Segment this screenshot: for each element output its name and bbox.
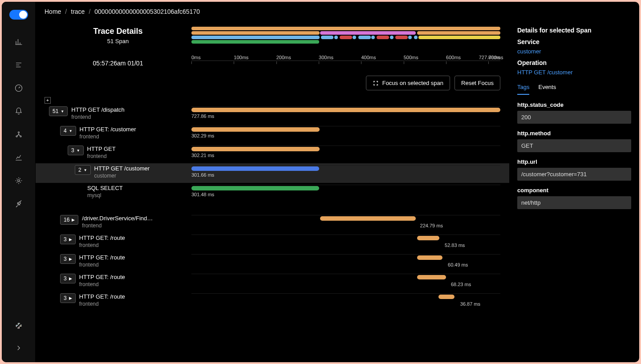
span-row[interactable]: SQL SELECTmysql301.48 ms: [36, 183, 509, 202]
gauge-icon[interactable]: [9, 78, 28, 98]
breadcrumb-id: 00000000000000005302106afc65170: [94, 8, 200, 15]
span-bar[interactable]: [417, 255, 443, 260]
details-panel: Details for selected Span Service custom…: [509, 21, 639, 362]
span-row[interactable]: 3▶HTTP GET: /routefrontend68.23 ms: [36, 272, 509, 291]
span-bar[interactable]: [417, 236, 440, 240]
tag-key: http.status_code: [517, 101, 631, 108]
tag-value: net/http: [517, 196, 631, 209]
bar-chart-icon[interactable]: [9, 32, 28, 52]
breadcrumb-trace[interactable]: trace: [71, 8, 85, 15]
tag-value: 200: [517, 111, 631, 124]
line-chart-icon[interactable]: [9, 148, 28, 167]
span-row[interactable]: 4▼HTTP GET: /customerfrontend302.29 ms: [36, 124, 509, 144]
span-duration: 224.79 ms: [420, 223, 443, 228]
span-service: frontend: [79, 262, 125, 268]
tag-value: /customer?customer=731: [517, 168, 631, 181]
nodes-icon[interactable]: [9, 125, 28, 144]
span-count-badge[interactable]: 3▶: [60, 254, 76, 264]
svg-point-10: [20, 325, 21, 326]
service-link[interactable]: customer: [517, 48, 631, 55]
tag-key: http.method: [517, 130, 631, 137]
span-service: frontend: [82, 222, 153, 229]
span-operation: HTTP GET /dispatch: [71, 106, 124, 113]
tag-value: GET: [517, 139, 631, 152]
span-operation: HTTP GET: /route: [79, 274, 125, 280]
span-service: frontend: [79, 301, 125, 307]
span-count-badge[interactable]: 51▼: [49, 106, 68, 116]
span-service: frontend: [80, 133, 136, 140]
span-count-badge[interactable]: 4▼: [60, 126, 76, 136]
breadcrumb-home[interactable]: Home: [45, 8, 61, 15]
span-service: frontend: [87, 153, 116, 159]
span-operation: HTTP GET: /route: [79, 293, 125, 300]
svg-point-9: [19, 323, 20, 324]
span-service: frontend: [71, 114, 124, 120]
slack-icon[interactable]: [9, 316, 28, 336]
span-bar[interactable]: [320, 216, 415, 221]
span-count-badge[interactable]: 3▼: [68, 146, 84, 155]
tab-tags[interactable]: Tags: [517, 84, 529, 95]
span-duration: 302.29 ms: [191, 133, 500, 138]
operation-link[interactable]: HTTP GET /customer: [517, 69, 631, 76]
trace-span-count: 51 Span: [45, 38, 191, 44]
span-service: mysql: [87, 192, 123, 198]
time-ruler: 727.86ms 0ms100ms200ms300ms400ms500ms600…: [191, 61, 500, 70]
span-bar[interactable]: [191, 108, 500, 112]
span-service: frontend: [79, 242, 125, 248]
operation-label: Operation: [517, 59, 631, 66]
svg-point-3: [17, 180, 20, 182]
span-operation: HTTP GET /customer: [94, 165, 150, 172]
svg-rect-7: [19, 327, 20, 328]
span-operation: HTTP GET: /route: [79, 254, 125, 261]
tab-events[interactable]: Events: [538, 84, 556, 95]
span-row[interactable]: 3▼HTTP GETfrontend302.21 ms: [36, 144, 509, 163]
span-bar[interactable]: [191, 127, 320, 132]
details-title: Details for selected Span: [517, 27, 631, 34]
svg-rect-4: [16, 325, 18, 326]
span-duration: 68.23 ms: [451, 282, 471, 287]
dark-mode-toggle[interactable]: [9, 10, 28, 20]
span-bar[interactable]: [191, 147, 320, 151]
svg-rect-6: [20, 326, 21, 327]
focus-selected-button[interactable]: Focus on selected span: [366, 76, 450, 90]
span-count-badge[interactable]: 3▶: [60, 235, 76, 244]
span-operation: HTTP GET: /route: [79, 235, 125, 241]
span-row[interactable]: 2▼HTTP GET /customercustomer301.66 ms: [36, 163, 509, 183]
span-duration: 60.49 ms: [448, 262, 468, 267]
span-bar[interactable]: [191, 166, 319, 171]
span-duration: 36.87 ms: [460, 301, 480, 307]
span-service: frontend: [79, 281, 125, 287]
span-duration: 301.66 ms: [191, 172, 500, 178]
span-list: + 51▼HTTP GET /dispatchfrontend727.86 ms…: [36, 97, 509, 362]
svg-point-11: [17, 328, 18, 329]
chevron-right-icon[interactable]: [9, 338, 28, 358]
horizontal-bars-icon[interactable]: [9, 55, 28, 75]
span-service: customer: [94, 173, 150, 179]
tag-key: http.url: [517, 158, 631, 165]
span-row[interactable]: 51▼HTTP GET /dispatchfrontend727.86 ms: [36, 105, 509, 124]
span-bar[interactable]: [438, 295, 454, 299]
trace-minimap[interactable]: [191, 27, 500, 52]
span-count-badge[interactable]: 16▶: [60, 215, 78, 225]
span-bar[interactable]: [417, 275, 446, 279]
span-operation: HTTP GET: /customer: [80, 126, 136, 133]
span-count-badge[interactable]: 2▼: [75, 165, 91, 175]
span-row[interactable]: 3▶HTTP GET: /routefrontend60.49 ms: [36, 252, 509, 272]
sidebar: [2, 2, 36, 362]
span-operation: HTTP GET: [87, 146, 116, 152]
svg-rect-5: [18, 323, 19, 325]
span-count-badge[interactable]: 3▶: [60, 293, 76, 303]
timestamp-label: 05:57:26am 01/01: [45, 60, 191, 69]
span-count-badge[interactable]: 3▶: [60, 274, 76, 283]
expand-all-button[interactable]: +: [45, 97, 51, 104]
trace-title: Trace Details: [45, 27, 191, 36]
span-row[interactable]: 3▶HTTP GET: /routefrontend36.87 ms: [36, 291, 509, 311]
gear-icon[interactable]: [9, 171, 28, 190]
reset-focus-button[interactable]: Reset Focus: [454, 76, 500, 90]
svg-point-2: [18, 132, 19, 133]
span-row[interactable]: 3▶HTTP GET: /routefrontend52.83 ms: [36, 233, 509, 252]
alert-icon[interactable]: [9, 101, 28, 121]
span-row[interactable]: 16▶/driver.DriverService/Find…frontend22…: [36, 213, 509, 233]
span-bar[interactable]: [191, 186, 319, 190]
plug-icon[interactable]: [9, 194, 28, 214]
